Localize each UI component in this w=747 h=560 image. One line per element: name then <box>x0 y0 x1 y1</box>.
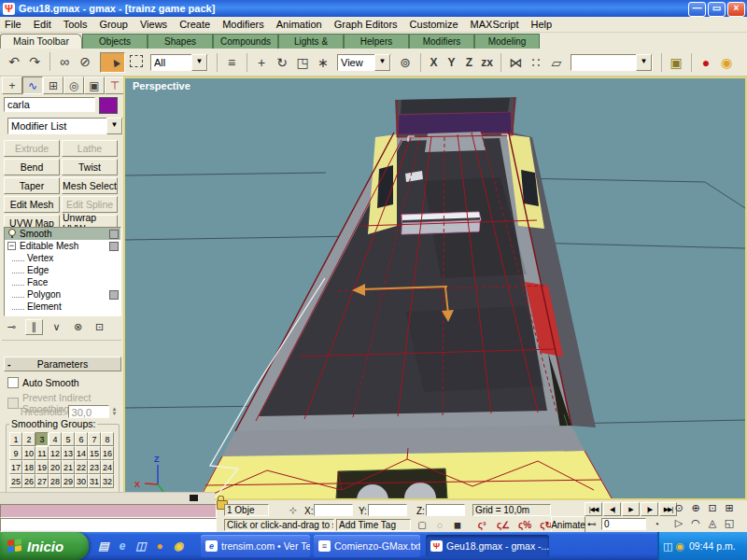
next-frame-button[interactable]: |▶ <box>641 502 658 516</box>
time-tag-button[interactable]: Add Time Tag <box>336 519 411 531</box>
menu-item[interactable]: Customize <box>410 19 458 30</box>
auto-smooth-checkbox[interactable] <box>7 377 19 388</box>
restore-button[interactable]: ▭ <box>708 2 726 17</box>
coord-system-dropdown[interactable]: View ▼ <box>337 54 391 71</box>
toolbar-tab[interactable]: Lights & Cameras <box>278 34 344 49</box>
select-and-rotate-icon[interactable]: ↻ <box>273 53 291 72</box>
menu-item[interactable]: Animation <box>276 19 322 30</box>
smoothing-group-8[interactable]: 8 <box>101 432 114 446</box>
show-end-result-icon[interactable]: ∥ <box>25 319 43 335</box>
active-toggle-icon[interactable] <box>109 242 119 251</box>
menu-item[interactable]: Views <box>140 19 167 30</box>
smoothing-group-14[interactable]: 14 <box>75 446 88 460</box>
menu-item[interactable]: Graph Editors <box>334 19 398 30</box>
modifier-button[interactable]: Taper <box>4 177 60 194</box>
smoothing-group-25[interactable]: 25 <box>9 474 22 488</box>
snap-3d-toggle[interactable]: ς³ <box>474 519 489 531</box>
zoom-button[interactable]: ⊙ <box>670 502 687 514</box>
time-slider-thumb[interactable] <box>190 495 198 501</box>
x-coordinate-field[interactable] <box>314 504 353 516</box>
play-button[interactable]: ▶ <box>622 502 640 516</box>
zoom-all-button[interactable]: ⊕ <box>687 502 704 514</box>
smoothing-group-20[interactable]: 20 <box>49 460 62 474</box>
make-unique-icon[interactable]: ∨ <box>49 320 64 334</box>
unlink-selection-icon[interactable]: ⊘ <box>76 52 94 71</box>
threshold-field[interactable]: 30,0 <box>68 405 109 418</box>
min-max-toggle-button[interactable]: ◱ <box>721 517 738 529</box>
modifier-button[interactable]: Bend <box>4 159 60 175</box>
object-name-field[interactable]: carla <box>4 97 95 112</box>
toolbar-tab[interactable]: Modeling <box>474 34 540 49</box>
pan-button[interactable]: ◠ <box>687 517 704 529</box>
select-by-name-icon[interactable]: ≡ <box>217 53 241 72</box>
perspective-viewport[interactable]: Z X Y <box>123 77 747 500</box>
title-bar[interactable]: Ψ Geu18.gmax - gmax - [trainz game pack]… <box>0 0 747 17</box>
quicklaunch-ie-icon[interactable]: e <box>115 539 130 553</box>
selection-filter-dropdown[interactable]: All ▼ <box>150 54 208 71</box>
quicklaunch-browser-icon[interactable]: ◉ <box>171 539 186 553</box>
restrict-y-button[interactable]: Y <box>444 53 459 72</box>
utilities-tab[interactable]: ⊤ <box>105 77 125 94</box>
toolbar-tab[interactable]: Compounds <box>213 34 278 49</box>
y-coordinate-field[interactable] <box>368 504 407 516</box>
track-view-icon[interactable]: ▣ <box>661 53 685 72</box>
stack-row[interactable]: Element <box>5 301 120 313</box>
modifier-button[interactable]: Extrude <box>4 140 60 157</box>
smoothing-group-24[interactable]: 24 <box>101 460 114 474</box>
modify-tab[interactable]: ∿ <box>22 77 43 94</box>
animate-button[interactable]: Animate <box>551 516 585 533</box>
smoothing-group-32[interactable]: 32 <box>101 474 114 488</box>
stack-row[interactable]: Edge <box>5 264 120 276</box>
mirror-icon[interactable]: ⋈ <box>500 53 525 72</box>
train-model[interactable] <box>199 97 612 498</box>
absolute-mode-icon[interactable]: ⊹ <box>286 504 301 516</box>
restrict-plane-button[interactable]: zx <box>479 53 495 72</box>
smoothing-group-15[interactable]: 15 <box>88 446 101 460</box>
active-toggle-icon[interactable] <box>109 230 119 239</box>
time-configuration-button[interactable]: ◔ <box>649 518 664 530</box>
field-of-view-button[interactable]: ▷ <box>670 517 687 529</box>
smoothing-group-19[interactable]: 19 <box>35 460 49 474</box>
active-toggle-icon[interactable] <box>109 290 119 300</box>
viewport-label[interactable]: Perspective <box>133 80 190 91</box>
quicklaunch-media-icon[interactable]: ● <box>152 539 167 553</box>
smoothing-group-10[interactable]: 10 <box>22 446 35 460</box>
configure-modifier-sets-icon[interactable]: ⊡ <box>92 320 107 334</box>
smoothing-group-13[interactable]: 13 <box>62 446 75 460</box>
start-button[interactable]: Inicio <box>0 532 89 560</box>
toolbar-tab[interactable]: Objects <box>82 34 148 49</box>
smoothing-group-30[interactable]: 30 <box>75 474 88 488</box>
use-pivot-center-icon[interactable]: ⊚ <box>396 53 415 72</box>
render-icon[interactable]: ● <box>691 53 715 72</box>
quicklaunch-desktop-icon[interactable]: ▤ <box>96 539 111 553</box>
smoothing-group-17[interactable]: 17 <box>9 460 22 474</box>
modifier-button[interactable]: Edit Spline <box>62 196 118 213</box>
close-button[interactable]: × <box>727 2 745 17</box>
crossing-mode-icon[interactable]: ◼ <box>450 519 465 531</box>
quicklaunch-mail-icon[interactable]: ◫ <box>134 539 148 553</box>
stack-row[interactable]: Smooth <box>5 228 120 240</box>
paint-select-icon[interactable]: ◌ <box>432 519 447 531</box>
menu-item[interactable]: Tools <box>63 19 88 30</box>
taskbar-item-notepad[interactable]: ≡ Comienzo-GMax.txt - ... <box>314 535 420 557</box>
hierarchy-tab[interactable]: ⊞ <box>43 77 63 94</box>
pin-stack-icon[interactable]: ⊸ <box>4 320 20 334</box>
stack-row[interactable]: Editable Mesh <box>5 240 120 252</box>
threshold-spinner[interactable]: ▲▼ <box>112 407 118 416</box>
smoothing-group-29[interactable]: 29 <box>62 474 75 488</box>
menu-item[interactable]: MAXScript <box>471 19 519 30</box>
align-icon[interactable]: ▱ <box>547 53 566 72</box>
create-tab[interactable]: + <box>2 77 22 94</box>
array-icon[interactable]: ∷ <box>527 53 545 72</box>
redo-icon[interactable]: ↷ <box>25 52 44 71</box>
z-coordinate-field[interactable] <box>426 504 465 516</box>
stack-row[interactable]: Polygon <box>5 288 120 301</box>
restrict-z-button[interactable]: Z <box>461 53 477 72</box>
zoom-extents-button[interactable]: ⊡ <box>704 502 721 514</box>
motion-tab[interactable]: ◎ <box>63 77 84 94</box>
current-frame-field[interactable]: 0 <box>601 518 646 530</box>
named-selection-dropdown[interactable]: ▼ <box>571 54 653 71</box>
modifier-list-dropdown[interactable]: Modifier List ▼ <box>7 118 123 134</box>
select-and-move-icon[interactable]: + <box>247 53 271 72</box>
toolbar-tab[interactable]: Modifiers <box>409 34 474 49</box>
